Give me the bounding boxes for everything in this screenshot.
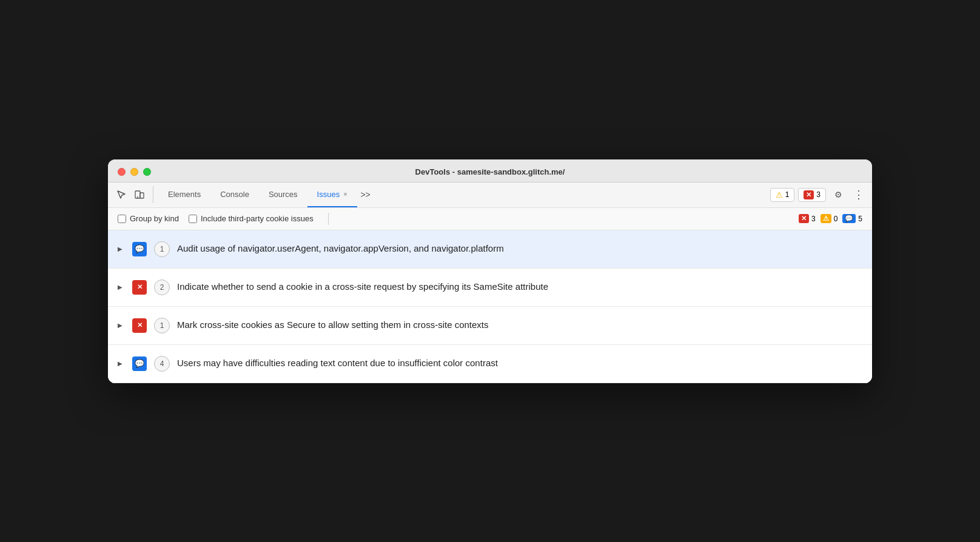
tab-list: Elements Console Sources Issues × >> xyxy=(158,182,768,207)
devtools-toolbar: Elements Console Sources Issues × >> ⚠ 1 xyxy=(108,182,872,208)
cursor-icon xyxy=(116,189,127,200)
close-button[interactable] xyxy=(118,168,126,176)
issue-row[interactable]: ▶ 💬 1 Audit usage of navigator.userAgent… xyxy=(108,230,872,269)
info-count-badge: 💬 5 xyxy=(842,214,862,223)
title-bar: DevTools - samesite-sandbox.glitch.me/ xyxy=(108,159,872,182)
more-options-button[interactable]: ⋮ xyxy=(850,186,867,203)
maximize-button[interactable] xyxy=(143,168,151,176)
issue-text: Indicate whether to send a cookie in a c… xyxy=(177,280,862,294)
expand-arrow-icon[interactable]: ▶ xyxy=(118,246,125,252)
include-third-party-checkbox[interactable] xyxy=(189,215,197,223)
tab-issues-close[interactable]: × xyxy=(343,190,347,198)
ellipsis-icon: ⋮ xyxy=(853,188,864,201)
issue-text: Mark cross-site cookies as Secure to all… xyxy=(177,318,862,332)
issue-type-icon: ✕ xyxy=(132,318,147,333)
filter-bar: Group by kind Include third-party cookie… xyxy=(108,208,872,230)
warning-badge-button[interactable]: ⚠ 1 xyxy=(770,188,795,202)
issue-text: Audit usage of navigator.userAgent, navi… xyxy=(177,242,862,256)
device-toolbar-button[interactable] xyxy=(131,186,148,203)
issue-count: 4 xyxy=(154,356,170,372)
more-tabs-button[interactable]: >> xyxy=(357,186,374,203)
issue-type-icon: 💬 xyxy=(132,356,147,371)
include-third-party-label[interactable]: Include third-party cookie issues xyxy=(189,214,314,223)
issue-count: 2 xyxy=(154,279,170,295)
issue-count: 1 xyxy=(154,241,170,257)
tab-console[interactable]: Console xyxy=(210,182,259,207)
expand-arrow-icon[interactable]: ▶ xyxy=(118,322,125,329)
error-count-badge: ✕ 3 xyxy=(799,214,816,223)
error-badge-button[interactable]: ✕ 3 xyxy=(798,188,826,202)
inspect-element-button[interactable] xyxy=(113,186,130,203)
expand-arrow-icon[interactable]: ▶ xyxy=(118,284,125,290)
issue-row[interactable]: ▶ ✕ 2 Indicate whether to send a cookie … xyxy=(108,269,872,307)
minimize-button[interactable] xyxy=(130,168,138,176)
issue-type-icon: 💬 xyxy=(132,242,147,256)
gear-icon: ⚙ xyxy=(834,190,842,199)
error-icon: ✕ xyxy=(804,190,814,199)
issue-count: 1 xyxy=(154,318,170,333)
device-icon xyxy=(134,189,145,200)
devtools-window: DevTools - samesite-sandbox.glitch.me/ E… xyxy=(108,159,872,383)
warning-count-badge: ⚠ 0 xyxy=(821,214,838,223)
issues-list: ▶ 💬 1 Audit usage of navigator.userAgent… xyxy=(108,230,872,383)
info-count-icon: 💬 xyxy=(842,214,856,223)
issue-row[interactable]: ▶ 💬 4 Users may have difficulties readin… xyxy=(108,345,872,383)
filter-divider xyxy=(328,213,329,225)
warning-count-icon: ⚠ xyxy=(821,214,831,223)
settings-button[interactable]: ⚙ xyxy=(830,186,847,203)
group-by-kind-label[interactable]: Group by kind xyxy=(118,214,179,223)
svg-rect-1 xyxy=(140,193,144,198)
issue-row[interactable]: ▶ ✕ 1 Mark cross-site cookies as Secure … xyxy=(108,307,872,345)
tab-sources[interactable]: Sources xyxy=(259,182,307,207)
toolbar-right: ⚠ 1 ✕ 3 ⚙ ⋮ xyxy=(770,186,867,203)
error-count-icon: ✕ xyxy=(799,214,809,223)
group-by-kind-checkbox[interactable] xyxy=(118,215,126,223)
window-title: DevTools - samesite-sandbox.glitch.me/ xyxy=(415,167,565,176)
tab-issues[interactable]: Issues × xyxy=(307,182,357,207)
toolbar-icons xyxy=(113,186,153,203)
issue-type-icon: ✕ xyxy=(132,280,147,295)
tab-elements[interactable]: Elements xyxy=(158,182,210,207)
warning-icon: ⚠ xyxy=(776,190,783,199)
expand-arrow-icon[interactable]: ▶ xyxy=(118,360,125,367)
traffic-lights xyxy=(118,168,151,176)
filter-counts: ✕ 3 ⚠ 0 💬 5 xyxy=(799,214,862,223)
issue-text: Users may have difficulties reading text… xyxy=(177,356,862,370)
